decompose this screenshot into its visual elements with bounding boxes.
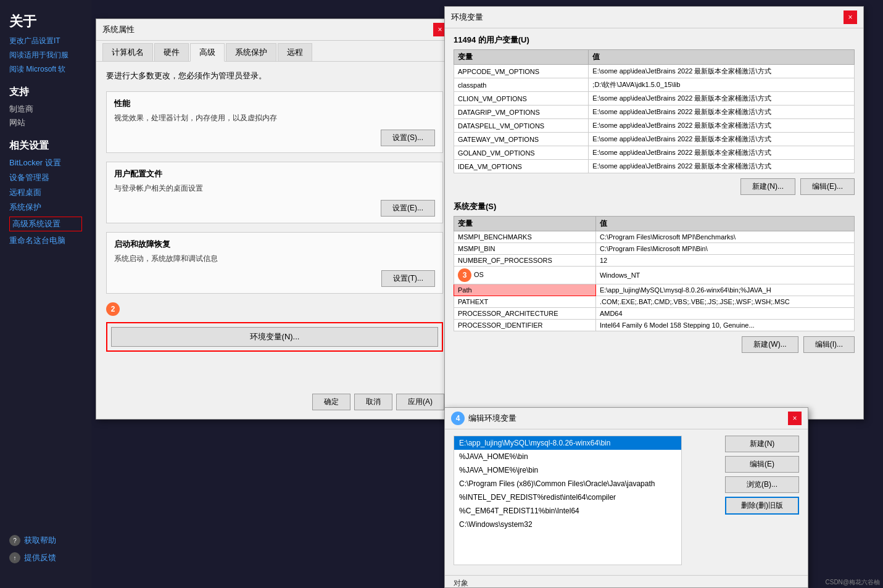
- user-vars-table: 变量 值 APPCODE_VM_OPTIONSE:\some app\idea\…: [454, 49, 855, 173]
- editenv-edit-button[interactable]: 编辑(E): [725, 456, 799, 473]
- sys-section-title: 系统变量(S): [454, 201, 855, 212]
- support-title: 支持: [9, 86, 82, 99]
- startup-title: 启动和故障恢复: [114, 239, 435, 250]
- sys-edit-button[interactable]: 编辑(I)...: [803, 336, 855, 353]
- table-row[interactable]: NUMBER_OF_PROCESSORS12: [454, 255, 855, 267]
- editenv-delete-label: 删除(删)旧版: [741, 501, 783, 510]
- var-cell: APPCODE_VM_OPTIONS: [454, 65, 589, 78]
- list-item[interactable]: E:\app_lujing\MySQL\mysql-8.0.26-winx64\…: [454, 436, 681, 450]
- table-row[interactable]: MSMPI_BINC:\Program Files\Microsoft MPI\…: [454, 243, 855, 255]
- table-row[interactable]: APPCODE_VM_OPTIONSE:\some app\idea\JetBr…: [454, 65, 855, 78]
- env-vars-button[interactable]: 环境变量(N)...: [111, 327, 438, 347]
- sidebar-item-device-manager[interactable]: 设备管理器: [9, 172, 82, 183]
- cancel-button[interactable]: 取消: [354, 394, 392, 410]
- editenv-browse-button[interactable]: 浏览(B)...: [725, 476, 799, 493]
- get-help-label: 获取帮助: [24, 535, 56, 546]
- user-edit-button[interactable]: 编辑(E)...: [800, 178, 855, 195]
- sidebar-item-system-protection[interactable]: 系统保护: [9, 202, 82, 213]
- sidebar-item-remote-desktop[interactable]: 远程桌面: [9, 187, 82, 198]
- about-title: 关于: [9, 12, 82, 31]
- envvars-content: 11494 的用户变量(U) 变量 值 APPCODE_VM_OPTIONSE:…: [445, 28, 863, 365]
- editenv-close-button[interactable]: ×: [788, 412, 802, 425]
- manufacturer-item[interactable]: 制造商: [9, 104, 82, 115]
- startup-desc: 系统启动，系统故障和调试信息: [114, 254, 435, 264]
- about-link-2[interactable]: 阅读适用于我们服: [9, 50, 82, 60]
- editenv-titlebar: 4 编辑环境变量 ×: [445, 408, 808, 429]
- var-cell: classpath: [454, 78, 589, 92]
- var-cell: IDEA_VM_OPTIONS: [454, 160, 589, 173]
- feedback-item[interactable]: ↑ 提供反馈: [9, 552, 56, 563]
- list-item[interactable]: %C_EM64T_REDIST11%bin\Intel64: [454, 504, 681, 518]
- envvars-titlebar: 环境变量 ×: [445, 7, 863, 28]
- sysprop-footer: 确定 取消 应用(A): [312, 394, 444, 410]
- startup-settings-button[interactable]: 设置(T)...: [381, 270, 435, 287]
- profile-section: 用户配置文件 与登录帐户相关的桌面设置 设置(E)...: [106, 162, 443, 223]
- perf-title: 性能: [114, 98, 435, 109]
- sidebar-item-advanced-system[interactable]: 高级系统设置: [9, 217, 82, 231]
- list-item[interactable]: C:\Program Files (x86)\Common Files\Orac…: [454, 477, 681, 491]
- val-cell: AMD64: [595, 308, 854, 320]
- list-item[interactable]: C:\Windows\system32: [454, 518, 681, 531]
- table-row[interactable]: PATHEXT.COM;.EXE;.BAT;.CMD;.VBS;.VBE;.JS…: [454, 296, 855, 308]
- user-new-button[interactable]: 新建(N)...: [740, 178, 795, 195]
- about-panel: 关于 更改广品设置IT 阅读适用于我们服 阅读 Microsoft 软 支持 制…: [0, 0, 91, 588]
- sidebar-item-rename-pc[interactable]: 重命名这台电脑: [9, 235, 82, 246]
- editenv-new-button[interactable]: 新建(N): [725, 436, 799, 452]
- editenv-list[interactable]: E:\app_lujing\MySQL\mysql-8.0.26-winx64\…: [454, 436, 682, 565]
- tab-remote[interactable]: 远程: [278, 43, 312, 61]
- val-cell: E:\some app\idea\JetBrains 2022 最新版本全家桶激…: [589, 160, 855, 173]
- csdn-watermark: CSDN@梅花六谷柚: [826, 578, 881, 587]
- list-item[interactable]: %JAVA_HOME%\bin: [454, 450, 681, 463]
- about-link-1[interactable]: 更改广品设置IT: [9, 36, 82, 46]
- get-help-item[interactable]: ? 获取帮助: [9, 535, 56, 546]
- list-item[interactable]: %INTEL_DEV_REDIST%redist\intel64\compile…: [454, 491, 681, 504]
- sys-vars-table: 变量 值 MSMPI_BENCHMARKSC:\Program Files\Mi…: [454, 216, 855, 331]
- table-row[interactable]: PROCESSOR_IDENTIFIERIntel64 Family 6 Mod…: [454, 320, 855, 331]
- editenv-content: E:\app_lujing\MySQL\mysql-8.0.26-winx64\…: [445, 429, 808, 571]
- feedback-label: 提供反馈: [24, 552, 56, 563]
- var-cell: CLION_VM_OPTIONS: [454, 92, 589, 106]
- sysprop-title: 系统属性: [102, 24, 135, 35]
- table-row[interactable]: PathE:\app_lujing\MySQL\mysql-8.0.26-win…: [454, 284, 855, 296]
- table-row[interactable]: GATEWAY_VM_OPTIONSE:\some app\idea\JetBr…: [454, 133, 855, 146]
- table-row[interactable]: IDEA_VM_OPTIONSE:\some app\idea\JetBrain…: [454, 160, 855, 173]
- table-row[interactable]: 3OSWindows_NT: [454, 267, 855, 284]
- ok-button[interactable]: 确定: [312, 394, 350, 410]
- editenv-footer-label: 对象: [454, 579, 468, 587]
- profile-settings-button[interactable]: 设置(E)...: [381, 200, 435, 217]
- about-link-3[interactable]: 阅读 Microsoft 软: [9, 64, 82, 75]
- table-row[interactable]: MSMPI_BENCHMARKSC:\Program Files\Microso…: [454, 231, 855, 243]
- sysprop-warning: 要进行大多数更改，您必须作为管理员登录。: [106, 70, 443, 81]
- var-cell: PROCESSOR_ARCHITECTURE: [454, 308, 596, 320]
- editenv-delete-button[interactable]: 删除(删)旧版: [725, 497, 799, 515]
- var-cell: Path: [454, 284, 596, 296]
- table-row[interactable]: PROCESSOR_ARCHITECTUREAMD64: [454, 308, 855, 320]
- related-title: 相关设置: [9, 139, 82, 152]
- table-row[interactable]: DATASPELL_VM_OPTIONSE:\some app\idea\Jet…: [454, 119, 855, 133]
- tab-system-protection[interactable]: 系统保护: [226, 43, 276, 61]
- table-row[interactable]: CLION_VM_OPTIONSE:\some app\idea\JetBrai…: [454, 92, 855, 106]
- sys-new-button[interactable]: 新建(W)...: [742, 336, 798, 353]
- envvars-close-button[interactable]: ×: [844, 10, 857, 24]
- about-bottom: ? 获取帮助 ↑ 提供反馈: [9, 535, 56, 569]
- var-cell: MSMPI_BENCHMARKS: [454, 231, 596, 243]
- sysprop-titlebar: 系统属性 ×: [96, 19, 453, 41]
- sidebar-item-bitlocker[interactable]: BitLocker 设置: [9, 157, 82, 168]
- editenv-title: 编辑环境变量: [468, 413, 516, 424]
- user-btns-row: 新建(N)... 编辑(E)...: [454, 178, 855, 195]
- user-section-title: 11494 的用户变量(U): [454, 35, 855, 46]
- val-cell: .COM;.EXE;.BAT;.CMD;.VBS;.VBE;.JS;.JSE;.…: [595, 296, 854, 308]
- table-row[interactable]: DATAGRIP_VM_OPTIONSE:\some app\idea\JetB…: [454, 106, 855, 119]
- var-cell: GOLAND_VM_OPTIONS: [454, 146, 589, 160]
- tab-computer-name[interactable]: 计算机名: [102, 43, 153, 61]
- tab-hardware[interactable]: 硬件: [154, 43, 189, 61]
- table-row[interactable]: GOLAND_VM_OPTIONSE:\some app\idea\JetBra…: [454, 146, 855, 160]
- list-item[interactable]: %JAVA_HOME%\jre\bin: [454, 463, 681, 477]
- website-item[interactable]: 网站: [9, 117, 82, 128]
- table-row[interactable]: classpath;D:\软件\JAVA\jdk1.5.0_15\lib: [454, 78, 855, 92]
- apply-button[interactable]: 应用(A): [396, 394, 444, 410]
- help-icon: ?: [9, 535, 20, 546]
- perf-settings-button[interactable]: 设置(S)...: [381, 130, 435, 146]
- tab-advanced[interactable]: 高级: [190, 43, 225, 62]
- val-cell: E:\some app\idea\JetBrains 2022 最新版本全家桶激…: [589, 119, 855, 133]
